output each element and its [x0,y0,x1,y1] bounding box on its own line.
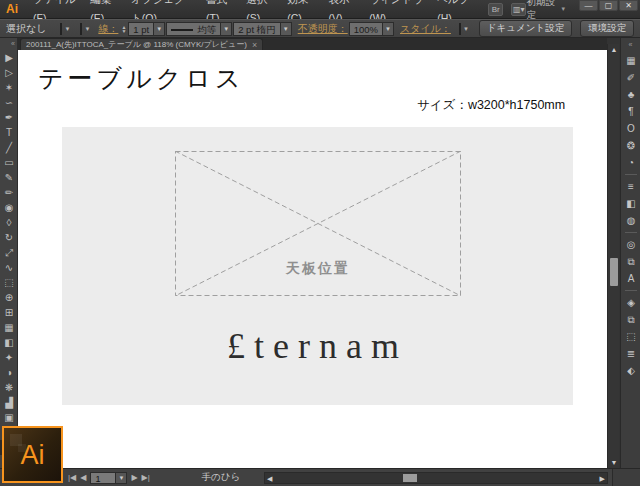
symbols-panel-icon[interactable]: ♣ [621,86,640,103]
style-label[interactable]: スタイル： [400,22,451,36]
gradient-panel-icon[interactable]: ◧ [621,195,640,212]
scroll-right-icon[interactable]: ▶ [600,473,605,484]
selection-status: 選択なし [0,22,52,36]
magic-wand-tool-icon[interactable]: ✶ [0,80,18,95]
type-tool-icon[interactable]: T [0,125,18,140]
document-tab[interactable]: 200111_A(先)ITTOCA_テーブル @ 118% (CMYK/プレビュ… [20,38,263,50]
stroke-label[interactable]: 線： [98,22,118,36]
width-profile-value[interactable]: 均等 [166,22,221,36]
column-graph-tool-icon[interactable]: ▟ [0,395,18,410]
opacity-label[interactable]: 不透明度： [298,22,348,36]
transform-panel-icon[interactable]: ⬚ [621,328,640,345]
tools-collapse-icon[interactable]: « [0,38,17,50]
workspace-caret-icon[interactable]: ▾ [562,5,566,13]
character-panel-icon[interactable]: A [621,270,640,287]
free-transform-tool-icon[interactable]: ⬚ [0,275,18,290]
last-artboard-icon[interactable]: ▶| [142,473,150,482]
graphic-styles-panel-icon[interactable]: ⧉ [621,253,640,270]
width-profile-combo[interactable]: 均等 ▼ [166,22,232,36]
stroke-width-drop-icon[interactable]: ▼ [154,22,165,36]
perspective-grid-tool-icon[interactable]: ⊞ [0,305,18,320]
fill-caret-icon[interactable]: ▼ [62,26,72,32]
vertical-scroll-thumb[interactable] [610,258,618,286]
document-setup-button[interactable]: ドキュメント設定 [479,20,572,37]
rotate-tool-icon[interactable]: ↻ [0,230,18,245]
document-canvas[interactable]: テーブルクロス サイズ：w3200*h1750mm 天板位置 £ternam [18,50,607,468]
shape-builder-tool-icon[interactable]: ⊕ [0,290,18,305]
artboard-tool-icon[interactable]: ▣ [0,410,18,425]
style-caret-icon[interactable]: ▼ [461,26,471,32]
preferences-button[interactable]: 環境設定 [580,20,634,37]
vertical-scrollbar[interactable]: ▲ ▼ [607,44,619,468]
pen-tool-icon[interactable]: ✒ [0,110,18,125]
color-guide-panel-icon[interactable]: ◔ [621,154,640,171]
brushes-panel-icon[interactable]: ✐ [621,69,640,86]
maximize-button[interactable]: ▢ [599,0,618,11]
brush-definition-drop-icon[interactable]: ▼ [281,22,292,36]
blend-tool-icon[interactable]: ◑ [0,365,18,380]
artboard-number-drop-icon[interactable]: ▼ [116,472,127,484]
align-panel-icon[interactable]: ≣ [621,345,640,362]
stroke-width-combo[interactable]: 1 pt ▼ [128,22,165,36]
illustrator-logo-badge: Ai [2,426,63,483]
selection-tool-icon[interactable]: ▶ [0,50,18,65]
control-bar: 選択なし ▼ ▼ 線： ▲▼ 1 pt ▼ 均等 ▼ 2 pt 楕円 ▼ 不透明… [0,19,640,38]
current-tool-display[interactable]: 手のひら [166,471,276,484]
artboards-panel-icon[interactable]: ⧉ [621,311,640,328]
artwork-size-note: サイズ：w3200*h1750mm [417,97,565,114]
scroll-up-icon[interactable]: ▲ [608,44,620,55]
dock-collapse-icon[interactable]: « [621,38,640,52]
swatches-panel-icon[interactable]: ▦ [621,52,640,69]
stroke-width-stepper[interactable]: ▲▼ [121,25,126,33]
scale-tool-icon[interactable]: ⤢ [0,245,18,260]
next-artboard-icon[interactable]: ▶ [131,473,137,482]
artboard-number-combo[interactable]: 1 ▼ [90,472,127,484]
stroke-width-value[interactable]: 1 pt [128,22,154,36]
eraser-tool-icon[interactable]: ◊ [0,215,18,230]
direct-selection-tool-icon[interactable]: ▷ [0,65,18,80]
opacity-value[interactable]: 100% [349,22,383,36]
previous-artboard-icon[interactable]: ◀ [80,473,86,482]
dock-divider [625,174,637,175]
transparency-panel-icon[interactable]: ◍ [621,212,640,229]
width-profile-drop-icon[interactable]: ▼ [221,22,232,36]
stroke-panel-icon[interactable]: ≡ [621,178,640,195]
eyedropper-tool-icon[interactable]: ✦ [0,350,18,365]
stroke-line-preview [171,29,193,31]
scroll-down-icon[interactable]: ▼ [608,457,620,468]
pathfinder-panel-icon[interactable]: ⬖ [621,362,640,379]
color-panel-icon[interactable]: ❂ [621,137,640,154]
layers-panel-icon[interactable]: ◈ [621,294,640,311]
paragraph-panel-icon[interactable]: ¶ [621,103,640,120]
artboard-navigation: |◀ ◀ 1 ▼ ▶ ▶| [68,472,150,484]
first-artboard-icon[interactable]: |◀ [68,473,76,482]
brush-definition-value[interactable]: 2 pt 楕円 [233,22,281,36]
arrange-documents-icon[interactable]: ▥▾ [511,3,526,16]
tabletop-position-box: 天板位置 [175,151,461,296]
brush-definition-combo[interactable]: 2 pt 楕円 ▼ [233,22,292,36]
opacity-combo[interactable]: 100% ▼ [349,22,394,36]
mesh-tool-icon[interactable]: ▦ [0,320,18,335]
rectangle-tool-icon[interactable]: ▭ [0,155,18,170]
tabletop-position-label: 天板位置 [278,260,358,278]
opentype-panel-icon[interactable]: O [621,120,640,137]
symbol-sprayer-tool-icon[interactable]: ❋ [0,380,18,395]
gradient-tool-icon[interactable]: ◧ [0,335,18,350]
appearance-panel-icon[interactable]: ◎ [621,236,640,253]
opacity-drop-icon[interactable]: ▼ [383,22,394,36]
blob-brush-tool-icon[interactable]: ◉ [0,200,18,215]
tab-close-icon[interactable]: × [252,40,257,50]
width-tool-icon[interactable]: ∿ [0,260,18,275]
minimize-button[interactable]: — [579,0,598,11]
horizontal-scroll-thumb[interactable] [403,474,417,482]
scroll-left-icon[interactable]: ◀ [267,473,272,484]
stroke-caret-icon[interactable]: ▼ [82,26,92,32]
close-button[interactable]: ✕ [619,0,638,11]
horizontal-scrollbar[interactable]: ◀ ▶ [264,472,608,484]
lasso-tool-icon[interactable]: ∽ [0,95,18,110]
line-segment-tool-icon[interactable]: ╱ [0,140,18,155]
paintbrush-tool-icon[interactable]: ✎ [0,170,18,185]
artboard-number-value[interactable]: 1 [90,472,116,484]
pencil-tool-icon[interactable]: ✏ [0,185,18,200]
bridge-icon[interactable]: Br [488,3,503,16]
